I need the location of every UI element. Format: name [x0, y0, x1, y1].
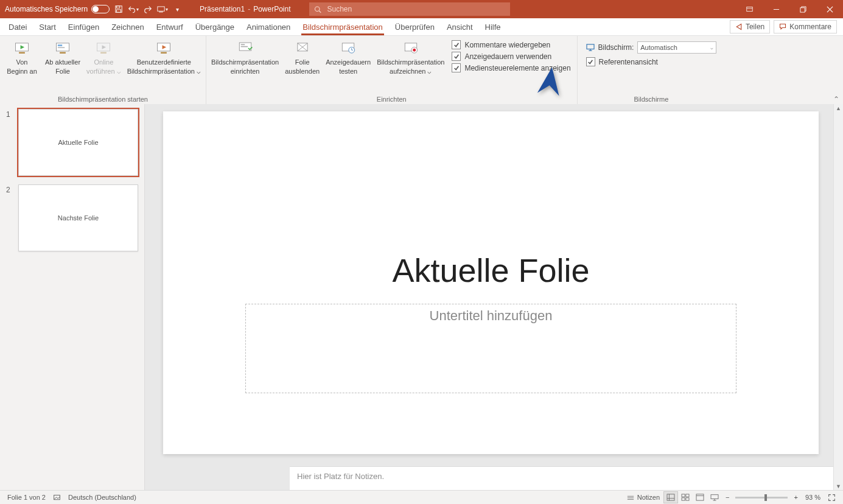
ribbon-button[interactable]: Ab aktuellerFolie [43, 38, 83, 76]
ribbon-button[interactable]: VonBeginn an [2, 38, 41, 76]
comments-button[interactable]: Kommentare [774, 20, 837, 33]
tab-bildschirmpräsentation[interactable]: Bildschirmpräsentation [296, 18, 389, 35]
workspace: 1Aktuelle Folie2Nachste Folie Aktuelle F… [0, 104, 843, 105]
window-title: Präsentation1-PowerPoint [187, 5, 303, 13]
tab-einfügen[interactable]: Einfügen [62, 18, 105, 35]
svg-rect-3 [158, 7, 164, 11]
ribbon-button[interactable]: Bildschirmpräsentationaufzeichnen ⌵ [374, 38, 447, 76]
svg-rect-2 [117, 10, 121, 12]
svg-point-4 [315, 7, 320, 12]
monitor-icon [586, 44, 595, 51]
svg-point-25 [413, 49, 416, 52]
svg-rect-5 [746, 7, 752, 11]
tab-ansicht[interactable]: Ansicht [441, 18, 479, 35]
slide-thumbnails-panel: 1Aktuelle Folie2Nachste Folie [0, 104, 145, 105]
share-button[interactable]: Teilen [730, 20, 770, 33]
ribbon-checkbox[interactable]: Kommentare wiedergeben [452, 40, 570, 49]
ribbon-checkbox[interactable]: Anzeigedauern verwenden [452, 52, 570, 61]
minimize-button[interactable] [763, 0, 789, 18]
svg-rect-10 [58, 44, 62, 46]
tab-zeichnen[interactable]: Zeichnen [105, 18, 150, 35]
svg-rect-11 [58, 47, 65, 48]
ribbon-button[interactable]: Anzeigedauerntesten [323, 38, 373, 76]
tab-übergänge[interactable]: Übergänge [189, 18, 240, 35]
comment-icon [779, 23, 786, 30]
ribbon-group-start: VonBeginn anAb aktuellerFolieOnlinevorfü… [0, 36, 206, 105]
autosave-toggle[interactable] [91, 5, 110, 13]
ribbon-display-options-icon[interactable] [736, 0, 763, 18]
svg-rect-26 [587, 44, 594, 49]
svg-rect-14 [100, 52, 107, 54]
ribbon-button: Onlinevorführen ⌵ [84, 38, 124, 76]
ribbon-button[interactable]: Bildschirmpräsentationeinrichten [209, 38, 281, 76]
tab-entwurf[interactable]: Entwurf [150, 18, 189, 35]
collapse-ribbon-icon[interactable]: ⌃ [833, 95, 839, 103]
ribbon-button[interactable]: BenutzerdefinierteBildschirmpräsentation… [125, 38, 203, 76]
screen-dropdown[interactable]: Automatisch⌵ [637, 41, 716, 54]
start-from-beginning-icon[interactable]: ▾ [157, 4, 168, 15]
ribbon-group-label: Bildschirme [580, 94, 723, 105]
ribbon-button[interactable]: Folieausblenden [282, 38, 322, 76]
svg-rect-16 [161, 52, 167, 54]
ribbon-group-label: Bildschirmpräsentation starten [2, 94, 203, 105]
search-box[interactable] [309, 2, 510, 16]
search-input[interactable] [326, 4, 505, 14]
presenter-view-checkbox[interactable]: Referentenansicht [586, 57, 717, 66]
svg-rect-12 [60, 52, 66, 54]
share-icon [735, 23, 743, 30]
ribbon-tabs: DateiStartEinfügenZeichnenEntwurfÜbergän… [0, 18, 843, 36]
tab-überprüfen[interactable]: Überprüfen [389, 18, 441, 35]
ribbon: VonBeginn anAb aktuellerFolieOnlinevorfü… [0, 36, 843, 105]
autosave-label: Automatisches Speichern [5, 5, 88, 13]
close-button[interactable] [816, 0, 843, 18]
svg-rect-1 [117, 6, 120, 9]
ribbon-group-screens: Bildschirm: Automatisch⌵ Referentenansic… [578, 36, 726, 105]
tab-datei[interactable]: Datei [2, 18, 33, 35]
qat-more-icon[interactable]: ▾ [172, 4, 183, 15]
svg-rect-8 [19, 52, 25, 54]
undo-icon[interactable]: ▾ [128, 4, 139, 15]
save-icon[interactable] [113, 4, 124, 15]
vertical-scrollbar[interactable]: ▲ ▼ [833, 104, 843, 105]
redo-icon[interactable] [142, 4, 153, 15]
svg-rect-19 [240, 46, 247, 47]
tab-start[interactable]: Start [33, 18, 61, 35]
svg-rect-6 [800, 7, 804, 12]
search-icon [314, 5, 321, 13]
tab-hilfe[interactable]: Hilfe [479, 18, 507, 35]
tab-animationen[interactable]: Animationen [240, 18, 296, 35]
title-bar: Automatisches Speichern ▾ ▾ ▾ Präsentati… [0, 0, 843, 18]
svg-rect-18 [240, 44, 245, 46]
ribbon-group-setup: BildschirmpräsentationeinrichtenFolieaus… [206, 36, 578, 105]
screen-label: Bildschirm: [598, 43, 634, 52]
ribbon-group-label: Einrichten [209, 94, 575, 105]
ribbon-checkbox[interactable]: Mediensteuerelemente anzeigen [452, 63, 570, 72]
maximize-button[interactable] [789, 0, 816, 18]
